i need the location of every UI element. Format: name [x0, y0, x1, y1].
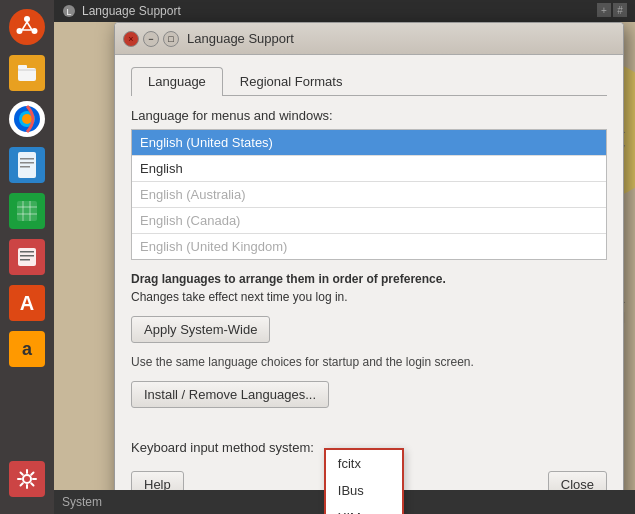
keyboard-input-dropdown[interactable]: fcitx IBus XIM none [324, 448, 404, 515]
spreadsheet-icon [9, 193, 45, 229]
language-item-3[interactable]: English (Canada) [132, 208, 606, 234]
files-icon [9, 55, 45, 91]
apply-system-wide-button[interactable]: Apply System-Wide [131, 316, 270, 343]
svg-point-23 [23, 475, 31, 483]
install-remove-languages-button[interactable]: Install / Remove Languages... [131, 381, 329, 408]
sidebar-icon-firefox[interactable] [6, 98, 48, 140]
ubuntu-logo-icon [9, 9, 45, 45]
svg-point-2 [32, 28, 38, 34]
sidebar-icon-document[interactable] [6, 144, 48, 186]
dialog-body: Language Regional Formats Language for m… [115, 55, 623, 514]
language-item-4[interactable]: English (United Kingdom) [132, 234, 606, 259]
dialog-titlebar: × − □ Language Support [115, 23, 623, 55]
firefox-icon [9, 101, 45, 137]
sidebar-icon-settings[interactable] [6, 458, 48, 500]
svg-text:L: L [66, 7, 71, 17]
svg-rect-5 [18, 65, 27, 69]
language-item-1[interactable]: English [132, 156, 606, 182]
amazon-icon: a [9, 331, 45, 367]
svg-rect-21 [20, 255, 34, 257]
drag-hint-line2: Changes take effect next time you log in… [131, 290, 348, 304]
dropdown-option-ibus[interactable]: IBus [326, 477, 402, 504]
dialog-title: Language Support [187, 31, 294, 46]
language-item-0[interactable]: English (United States) [132, 130, 606, 156]
settings-icon [9, 461, 45, 497]
dialog-max-btn[interactable]: □ [163, 31, 179, 47]
keyboard-row: Keyboard input method system: fcitx IBus… [131, 440, 607, 455]
language-support-dialog: × − □ Language Support Language Regional… [114, 22, 624, 514]
dialog-min-btn[interactable]: − [143, 31, 159, 47]
svg-rect-11 [20, 162, 34, 164]
sidebar: A a [0, 0, 54, 514]
svg-rect-19 [18, 248, 36, 266]
dialog-close-btn[interactable]: × [123, 31, 139, 47]
svg-point-3 [17, 28, 23, 34]
apply-hint: Use the same language choices for startu… [131, 355, 607, 369]
tab-language[interactable]: Language [131, 67, 223, 96]
sidebar-icon-spreadsheet[interactable] [6, 190, 48, 232]
window-controls: × − □ [123, 31, 179, 47]
svg-rect-22 [20, 259, 30, 261]
svg-rect-20 [20, 251, 34, 253]
sidebar-icon-amazon[interactable]: a [6, 328, 48, 370]
document-icon [9, 147, 45, 183]
outer-titlebar: L Language Support + # [54, 0, 635, 22]
tab-bar: Language Regional Formats [131, 67, 607, 96]
outer-extra: # [613, 3, 627, 17]
outer-close-btn[interactable]: + [597, 3, 611, 17]
sidebar-icon-ubuntu[interactable] [6, 6, 48, 48]
svg-rect-10 [20, 158, 34, 160]
system-label: System [62, 495, 102, 509]
drag-hint-line1: Drag languages to arrange them in order … [131, 272, 446, 286]
svg-point-8 [22, 114, 32, 124]
dropdown-option-xim[interactable]: XIM [326, 504, 402, 515]
sidebar-icon-log[interactable] [6, 236, 48, 278]
dropdown-option-fcitx[interactable]: fcitx [326, 450, 402, 477]
language-list: English (United States) English English … [131, 129, 607, 260]
software-center-icon: A [9, 285, 45, 321]
outer-title-text: Language Support [82, 4, 181, 18]
svg-rect-12 [20, 166, 30, 168]
title-bar-controls: + # [597, 3, 627, 17]
sidebar-icon-files[interactable] [6, 52, 48, 94]
sidebar-icon-software-center[interactable]: A [6, 282, 48, 324]
drag-hint: Drag languages to arrange them in order … [131, 270, 607, 306]
svg-rect-9 [18, 152, 36, 178]
tab-regional-formats[interactable]: Regional Formats [223, 67, 360, 95]
log-icon [9, 239, 45, 275]
main-area: ecurity & rivacy 🖱 ouse & uchpad L Langu… [54, 0, 635, 514]
svg-rect-14 [17, 201, 37, 221]
language-section-label: Language for menus and windows: [131, 108, 607, 123]
language-item-2[interactable]: English (Australia) [132, 182, 606, 208]
outer-title-icon: L [62, 4, 76, 18]
keyboard-label: Keyboard input method system: [131, 440, 314, 455]
